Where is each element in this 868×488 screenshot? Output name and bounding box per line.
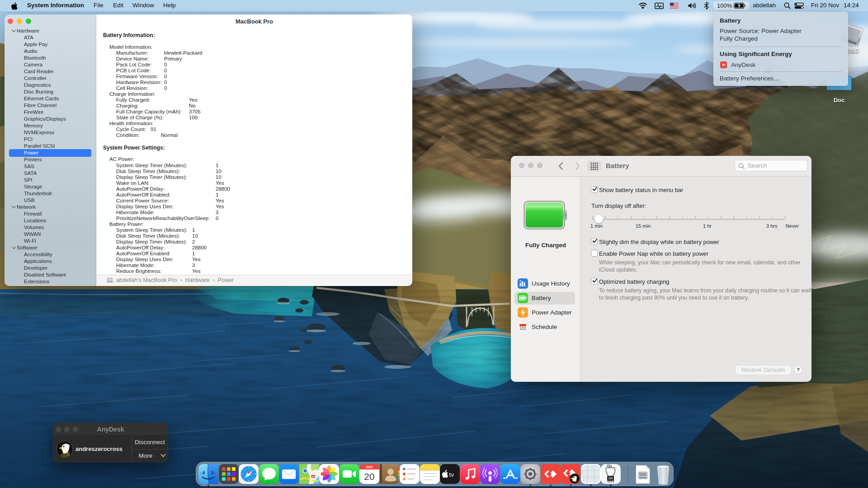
svg-text:NOV: NOV — [366, 465, 373, 469]
svg-text:tv: tv — [449, 471, 454, 478]
svg-text:280: 280 — [311, 475, 315, 478]
svg-text:20: 20 — [364, 471, 374, 482]
